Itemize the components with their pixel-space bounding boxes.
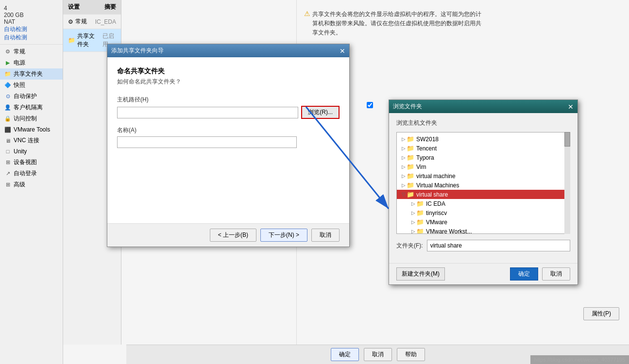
info-text: 共享文件夹会将您的文件显示给虚拟机中的程序。这可能为您的计算机和数据带来风险。请… bbox=[312, 10, 482, 38]
sidebar-item-guest-isolation[interactable]: 👤 客户机隔离 bbox=[0, 102, 63, 113]
wizard-section-sub: 如何命名此共享文件夹？ bbox=[117, 78, 340, 86]
wizard-footer: < 上一步(B) 下一步(N) > 取消 bbox=[107, 223, 349, 247]
list-general-sub: IC_EDA bbox=[95, 18, 116, 25]
tree-item-sw2018[interactable]: ▷ 📁 SW2018 bbox=[397, 134, 570, 144]
folder-icon-tiny: 📁 bbox=[416, 209, 424, 216]
expand-icon-vmwk: ▷ bbox=[410, 229, 416, 234]
scrollbar-track[interactable] bbox=[564, 132, 570, 234]
wizard-cancel-button[interactable]: 取消 bbox=[311, 229, 340, 242]
tree-item-ic-eda[interactable]: ▷ 📁 IC EDA bbox=[397, 199, 570, 208]
autoprotect-icon: ⊙ bbox=[4, 93, 12, 100]
sidebar-item-access-control[interactable]: 🔒 访问控制 bbox=[0, 113, 63, 124]
wizard-body: 命名共享文件夹 如何命名此共享文件夹？ 主机路径(H) 浏览(R)... 名称(… bbox=[107, 57, 349, 223]
name-input[interactable] bbox=[117, 136, 297, 148]
sidebar-item-general[interactable]: ⚙ 常规 bbox=[0, 46, 63, 57]
tree-item-tinyriscv[interactable]: ▷ 📁 tinyriscv bbox=[397, 208, 570, 217]
sidebar-item-vmware-tools[interactable]: ⬛ VMware Tools bbox=[0, 124, 63, 135]
expand-icon-vim: ▷ bbox=[401, 164, 407, 169]
wizard-title: 添加共享文件夹向导 bbox=[111, 47, 164, 55]
radio-group: 已禁用(D) bbox=[304, 52, 622, 61]
sidebar-label-snapshot: 快照 bbox=[14, 81, 25, 89]
tree-label-typora: Typora bbox=[416, 154, 434, 161]
tree-item-vim[interactable]: ▷ 📁 Vim bbox=[397, 162, 570, 171]
sidebar-storage: 200 GB bbox=[4, 12, 59, 18]
browse-button[interactable]: 浏览(R)... bbox=[301, 106, 340, 119]
warning-icon: ⚠ bbox=[304, 10, 310, 17]
tree-item-tencent[interactable]: ▷ 📁 Tencent bbox=[397, 144, 570, 153]
browse-file-input[interactable] bbox=[427, 240, 570, 251]
wizard-dialog: 添加共享文件夹向导 ✕ 命名共享文件夹 如何命名此共享文件夹？ 主机路径(H) … bbox=[107, 44, 350, 247]
browse-cancel-button[interactable]: 取消 bbox=[542, 267, 570, 281]
list-general-label: 常规 bbox=[75, 17, 87, 26]
tree-label-vm: virtual machine bbox=[416, 173, 456, 180]
tree-label-vs: virtual share bbox=[416, 191, 448, 198]
sidebar-row-4: 4 bbox=[4, 5, 59, 12]
sidebar-label-vnc: VNC 连接 bbox=[14, 136, 39, 145]
wizard-close-button[interactable]: ✕ bbox=[340, 47, 345, 55]
sidebar-item-unity[interactable]: □ Unity bbox=[0, 146, 63, 157]
cancel-button[interactable]: 取消 bbox=[364, 348, 392, 361]
host-path-label: 主机路径(H) bbox=[117, 96, 340, 104]
tree-label-tiny: tinyriscv bbox=[426, 210, 447, 216]
confirm-button[interactable]: 确定 bbox=[331, 348, 359, 361]
sidebar-storage-info: 4 200 GB NAT 自动检测 自动检测 bbox=[0, 2, 63, 45]
enable-checkbox-area bbox=[367, 102, 373, 110]
browse-titlebar: 浏览文件夹 ✕ bbox=[389, 100, 578, 113]
property-button[interactable]: 属性(P) bbox=[583, 307, 619, 320]
browse-title: 浏览文件夹 bbox=[393, 102, 422, 111]
radio-disabled[interactable]: 已禁用(D) bbox=[304, 52, 622, 61]
tree-label-sw2018: SW2018 bbox=[416, 136, 439, 143]
sidebar-item-snapshot[interactable]: 🔷 快照 bbox=[0, 80, 63, 91]
new-folder-button[interactable]: 新建文件夹(M) bbox=[396, 267, 445, 281]
browse-file-row: 文件夹(F): bbox=[396, 240, 570, 251]
scrollbar-thumb[interactable] bbox=[564, 132, 570, 147]
folder-icon-vs: 📁 bbox=[407, 191, 414, 198]
snapshot-icon: 🔷 bbox=[4, 82, 12, 89]
tree-item-typora[interactable]: ▷ 📁 Typora bbox=[397, 153, 570, 162]
sidebar-item-advanced[interactable]: ⊞ 高级 bbox=[0, 179, 63, 190]
browse-dialog: 浏览文件夹 ✕ 浏览主机文件夹 ▷ 📁 SW2018 ▷ 📁 Tencent ▷… bbox=[389, 99, 578, 285]
sidebar-label-device: 设备视图 bbox=[14, 158, 37, 166]
wizard-next-button[interactable]: 下一步(N) > bbox=[260, 229, 307, 242]
prop-btn-area: 属性(P) bbox=[583, 307, 619, 320]
wizard-empty-space bbox=[117, 155, 340, 214]
folder-icon-vmwk: 📁 bbox=[416, 228, 424, 234]
wizard-titlebar: 添加共享文件夹向导 ✕ bbox=[107, 44, 349, 57]
expand-icon-sw2018: ▷ bbox=[401, 136, 407, 142]
browse-close-button[interactable]: ✕ bbox=[568, 103, 574, 111]
browse-confirm-button[interactable]: 确定 bbox=[510, 267, 538, 281]
host-path-input[interactable] bbox=[117, 107, 298, 118]
list-shared-icon: 📁 bbox=[68, 37, 75, 44]
tree-item-vmwarewk[interactable]: ▷ 📁 VMware Workst... bbox=[397, 227, 570, 234]
tree-label-vms: Virtual Machines bbox=[416, 182, 459, 189]
help-button[interactable]: 帮助 bbox=[397, 348, 425, 361]
unity-icon: □ bbox=[4, 148, 12, 155]
sidebar-item-autoprotect[interactable]: ⊙ 自动保护 bbox=[0, 91, 63, 102]
tree-item-vmware[interactable]: ▷ 📁 VMware bbox=[397, 217, 570, 227]
settings-col-summary: 摘要 bbox=[104, 3, 116, 11]
settings-list-item-general[interactable]: ⚙ 常规 IC_EDA bbox=[63, 15, 121, 29]
host-path-input-row: 浏览(R)... bbox=[117, 106, 340, 119]
sidebar-item-vnc[interactable]: 🖥 VNC 连接 bbox=[0, 135, 63, 146]
name-row: 名称(A) bbox=[117, 126, 340, 148]
tree-item-virtual-machine[interactable]: ▷ 📁 virtual machine bbox=[397, 171, 570, 181]
expand-icon-ic: ▷ bbox=[410, 201, 416, 206]
settings-col-settings: 设置 bbox=[68, 3, 80, 11]
tree-item-virtual-machines[interactable]: ▷ 📁 Virtual Machines bbox=[397, 181, 570, 190]
folder-icon-typora: 📁 bbox=[407, 154, 414, 161]
tree-item-virtual-share[interactable]: ▽ 📁 virtual share bbox=[397, 190, 570, 199]
guest-icon: 👤 bbox=[4, 104, 12, 112]
wizard-back-button[interactable]: < 上一步(B) bbox=[210, 229, 256, 242]
sidebar-network: NAT bbox=[4, 18, 59, 25]
device-icon: ⊞ bbox=[4, 159, 12, 166]
sidebar-item-device-view[interactable]: ⊞ 设备视图 bbox=[0, 157, 63, 168]
tree-view[interactable]: ▷ 📁 SW2018 ▷ 📁 Tencent ▷ 📁 Typora ▷ 📁 bbox=[396, 132, 570, 234]
wizard-section-title: 命名共享文件夹 bbox=[117, 67, 340, 76]
sidebar: 4 200 GB NAT 自动检测 自动检测 ⚙ 常规 ▶ 电源 📁 共享文件夹… bbox=[0, 0, 63, 364]
sidebar-item-autologin[interactable]: ↗ 自动登录 bbox=[0, 168, 63, 179]
power-icon: ▶ bbox=[4, 59, 12, 67]
sidebar-item-shared-folder[interactable]: 📁 共享文件夹 bbox=[0, 68, 63, 80]
sidebar-item-power[interactable]: ▶ 电源 bbox=[0, 57, 63, 68]
enable-checkbox[interactable] bbox=[367, 102, 373, 108]
sidebar-label-general: 常规 bbox=[14, 48, 25, 56]
